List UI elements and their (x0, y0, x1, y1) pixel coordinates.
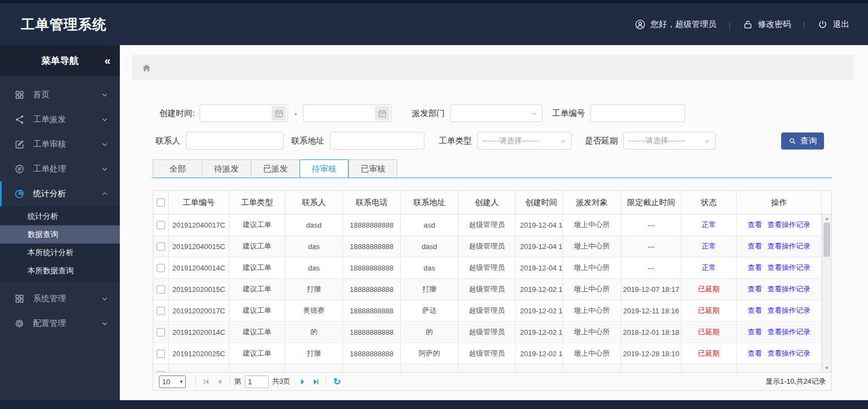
delay-select[interactable]: -------请选择------- (623, 132, 716, 150)
search-button-label: 查询 (800, 136, 817, 146)
page-size-select[interactable]: 10 ▾ (159, 375, 186, 388)
view-history-link[interactable]: 查看操作记录 (767, 263, 810, 273)
contact-input[interactable] (186, 132, 284, 150)
calendar-icon[interactable] (272, 106, 286, 120)
tab-to-dispatch[interactable]: 待派发 (202, 159, 251, 178)
view-link[interactable]: 查看 (748, 284, 762, 294)
cell-creator: 超级管理员 (458, 279, 516, 300)
row-checkbox[interactable] (157, 285, 165, 294)
cell-contact: 奥德赛 (285, 300, 343, 321)
select-all-checkbox[interactable] (157, 198, 165, 207)
cell-contact: dasd (285, 214, 343, 235)
cell-creator: 超级管理员 (458, 343, 516, 364)
row-checkbox-cell (153, 236, 169, 257)
cell-deadline: 2019-12-28 18:10 (621, 343, 682, 364)
row-checkbox[interactable] (157, 221, 165, 229)
view-history-link[interactable]: 查看操作记录 (767, 327, 810, 337)
tab-all[interactable]: 全部 (153, 159, 202, 178)
sidebar-item-home[interactable]: 首页 (0, 82, 120, 107)
view-history-link[interactable]: 查看操作记录 (767, 306, 810, 316)
sidebar-item-label: 首页 (33, 90, 49, 100)
view-link[interactable]: 查看 (748, 263, 762, 273)
header-cell: 联系地址 (401, 191, 458, 214)
view-link[interactable]: 查看 (748, 220, 762, 230)
user-greeting[interactable]: 您好，超级管理员 (635, 19, 716, 30)
date-from-input[interactable] (200, 104, 288, 122)
dispatch-dept-select[interactable] (450, 104, 543, 122)
view-link[interactable]: 查看 (748, 349, 762, 358)
home-icon[interactable] (141, 63, 152, 73)
table-row: 201912020014C建议工单的18888888888的超级管理员2019-… (153, 322, 831, 343)
search-icon (788, 137, 797, 145)
submenu-item-data-query[interactable]: 数据查询 (0, 225, 120, 244)
sidebar-item-dispatch[interactable]: 工单派发 (0, 107, 120, 132)
search-button[interactable]: 查询 (781, 132, 824, 150)
cell-phone: 18888888888 (343, 279, 401, 300)
view-link[interactable]: 查看 (748, 306, 762, 316)
view-link[interactable]: 查看 (748, 327, 762, 337)
row-checkbox[interactable] (157, 264, 165, 272)
chevron-down-icon (101, 165, 109, 173)
submenu-item-statistics[interactable]: 统计分析 (0, 207, 120, 225)
row-checkbox[interactable] (157, 328, 165, 336)
row-checkbox[interactable] (157, 371, 165, 373)
first-page-button[interactable] (200, 378, 213, 385)
row-checkbox[interactable] (157, 242, 165, 251)
view-history-link[interactable]: 查看操作记录 (767, 284, 810, 294)
row-checkbox[interactable] (157, 350, 165, 358)
cell-type: 建议工单 (229, 214, 285, 235)
submenu-item-local-statistics[interactable]: 本所统计分析 (0, 244, 120, 262)
view-history-link[interactable]: 查看操作记录 (767, 241, 810, 251)
sidebar-item-process[interactable]: 工单处理 (0, 157, 120, 181)
cell-status: 已延期 (682, 343, 737, 364)
address-input[interactable] (330, 132, 424, 150)
sidebar-item-review[interactable]: 工单审核 (0, 132, 120, 157)
logout-button[interactable]: 退出 (817, 19, 849, 30)
header-user-area: 您好，超级管理员 | 修改密码 | 退出 (635, 19, 849, 30)
header-cell: 联系电话 (343, 191, 401, 214)
change-password-button[interactable]: 修改密码 (743, 19, 791, 30)
view-link[interactable]: 查看 (748, 241, 762, 251)
vertical-scrollbar[interactable]: ▲ ▼ (822, 214, 831, 372)
last-page-button[interactable] (309, 378, 322, 385)
scroll-up-arrow[interactable]: ▲ (822, 216, 831, 221)
sidebar-title: 菜单导航 « (0, 45, 120, 76)
cell-status: 已延期 (682, 322, 737, 342)
create-time-label: 创建时间: (159, 108, 195, 119)
row-checkbox-cell (153, 257, 169, 278)
order-type-select[interactable]: -------请选择------- (477, 132, 572, 150)
table-row: 201912040014C建议工单das18888888888das超级管理员2… (153, 257, 831, 279)
tab-to-review[interactable]: 待审核 (300, 159, 349, 178)
scroll-down-arrow[interactable]: ▼ (822, 366, 831, 371)
sidebar-item-system[interactable]: 系统管理 (0, 286, 120, 311)
sidebar-item-statistics[interactable]: 统计分析 (0, 181, 120, 206)
view-history-link[interactable]: 查看操作记录 (767, 349, 810, 358)
header-cell: 状态 (682, 191, 737, 214)
header-cell: 联系人 (285, 191, 343, 214)
submenu-item-local-data-query[interactable]: 本所数据查询 (0, 262, 120, 280)
pager-separator (195, 377, 196, 386)
cell-operations: 查看查看操作记录 (737, 236, 822, 257)
share-icon (14, 114, 25, 125)
process-icon (14, 164, 25, 174)
order-no-input[interactable] (590, 104, 685, 122)
view-history-link[interactable]: 查看操作记录 (767, 220, 810, 230)
next-page-button[interactable] (296, 378, 309, 385)
pager-separator (230, 377, 230, 386)
table-header-row: 工单编号工单类型联系人联系电话联系地址创建人创建时间派发对象限定截止时间状态操作 (153, 191, 831, 214)
row-checkbox[interactable] (157, 307, 165, 315)
calendar-icon[interactable] (375, 106, 389, 120)
scrollbar-thumb[interactable] (823, 223, 830, 257)
sidebar-collapse-icon[interactable]: « (104, 54, 109, 67)
page-number-input[interactable] (245, 375, 269, 388)
tab-dispatched[interactable]: 已派发 (251, 159, 300, 178)
prev-page-button[interactable] (213, 378, 226, 385)
page-size-value: 10 (162, 378, 170, 386)
sidebar-item-label: 工单派发 (33, 114, 66, 125)
refresh-icon[interactable]: ↻ (330, 376, 344, 388)
date-to-input[interactable] (303, 104, 391, 122)
sidebar-item-config[interactable]: 配置管理 (0, 311, 120, 336)
tab-reviewed[interactable]: 已审核 (349, 159, 397, 178)
cell-operations: 查看查看操作记录 (737, 322, 822, 342)
cell-target: 墩上中心所 (563, 257, 621, 278)
